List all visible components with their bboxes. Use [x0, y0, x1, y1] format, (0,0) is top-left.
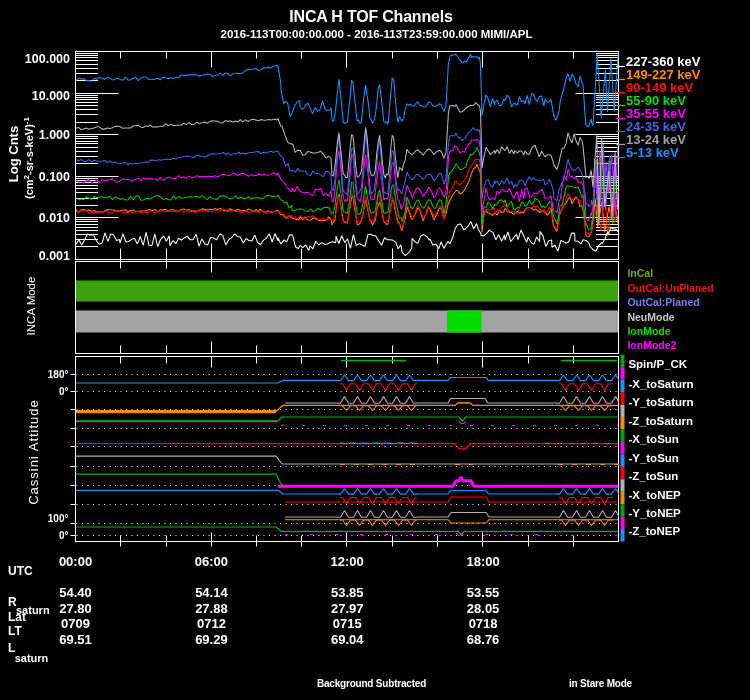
- svg-text:LT: LT: [8, 624, 22, 638]
- svg-text:-Z_toSaturn: -Z_toSaturn: [628, 415, 693, 427]
- svg-text:-Y_toSun: -Y_toSun: [628, 452, 678, 464]
- svg-text:27.97: 27.97: [331, 601, 364, 616]
- svg-text:(cm2-sr-s-keV)-1: (cm2-sr-s-keV)-1: [22, 117, 35, 199]
- svg-text:-Y_toSaturn: -Y_toSaturn: [628, 396, 693, 408]
- svg-text:InCal: InCal: [627, 267, 653, 279]
- svg-text:INCA H TOF Channels: INCA H TOF Channels: [289, 8, 453, 25]
- svg-text:0.010: 0.010: [39, 211, 70, 225]
- svg-text:0715: 0715: [333, 616, 362, 631]
- svg-text:53.55: 53.55: [467, 585, 500, 600]
- svg-text:-X_toNEP: -X_toNEP: [628, 489, 681, 501]
- svg-text:27.80: 27.80: [59, 601, 92, 616]
- svg-text:0°: 0°: [59, 530, 69, 541]
- svg-text:0.100: 0.100: [39, 170, 70, 184]
- svg-text:-Y_toNEP: -Y_toNEP: [628, 507, 681, 519]
- svg-text:69.29: 69.29: [195, 632, 228, 647]
- svg-text:NeuMode: NeuMode: [627, 311, 674, 323]
- svg-text:Lat: Lat: [8, 610, 26, 624]
- svg-text:OutCal:UnPlaned: OutCal:UnPlaned: [627, 282, 713, 294]
- svg-text:saturn: saturn: [15, 652, 49, 664]
- svg-text:-X_toSun: -X_toSun: [628, 433, 678, 445]
- svg-text:0°: 0°: [59, 386, 69, 397]
- svg-text:2016-113T00:00:00.000 - 2016-1: 2016-113T00:00:00.000 - 2016-113T23:59:0…: [221, 28, 533, 40]
- svg-text:100.000: 100.000: [25, 52, 70, 66]
- svg-text:OutCal:Planed: OutCal:Planed: [627, 296, 699, 308]
- svg-text:in Stare Mode: in Stare Mode: [569, 678, 633, 689]
- svg-text:00:00: 00:00: [59, 554, 92, 569]
- svg-text:0.001: 0.001: [39, 249, 70, 263]
- svg-text:0712: 0712: [197, 616, 226, 631]
- svg-text:5-13 keV: 5-13 keV: [626, 145, 679, 160]
- svg-text:Background Subtracted: Background Subtracted: [317, 678, 426, 689]
- svg-text:10.000: 10.000: [32, 89, 70, 103]
- svg-text:UTC: UTC: [8, 564, 33, 578]
- svg-text:1.000: 1.000: [39, 128, 70, 142]
- svg-text:IonMode2: IonMode2: [627, 339, 676, 351]
- svg-text:Log Cnts: Log Cnts: [6, 126, 21, 182]
- svg-text:54.40: 54.40: [59, 585, 92, 600]
- svg-text:-X_toSaturn: -X_toSaturn: [628, 378, 693, 390]
- svg-text:54.14: 54.14: [195, 585, 228, 600]
- svg-text:-Z_toSun: -Z_toSun: [628, 470, 678, 482]
- svg-text:12:00: 12:00: [331, 554, 364, 569]
- svg-text:IonMode: IonMode: [627, 325, 670, 337]
- svg-text:06:00: 06:00: [195, 554, 228, 569]
- svg-text:18:00: 18:00: [466, 554, 499, 569]
- svg-text:Cassini Attitude: Cassini Attitude: [26, 399, 41, 505]
- svg-text:53.85: 53.85: [331, 585, 364, 600]
- svg-text:180°: 180°: [48, 369, 69, 380]
- svg-text:28.05: 28.05: [467, 601, 500, 616]
- svg-text:Spin/P_CK: Spin/P_CK: [628, 358, 687, 370]
- svg-text:0709: 0709: [61, 616, 90, 631]
- svg-text:69.51: 69.51: [59, 632, 92, 647]
- svg-text:100°: 100°: [48, 513, 69, 524]
- svg-text:INCA Mode: INCA Mode: [25, 277, 37, 336]
- svg-text:68.76: 68.76: [467, 632, 500, 647]
- svg-text:69.04: 69.04: [331, 632, 364, 647]
- svg-text:-Z_toNEP: -Z_toNEP: [628, 525, 680, 537]
- svg-text:27.88: 27.88: [195, 601, 228, 616]
- svg-text:0718: 0718: [469, 616, 498, 631]
